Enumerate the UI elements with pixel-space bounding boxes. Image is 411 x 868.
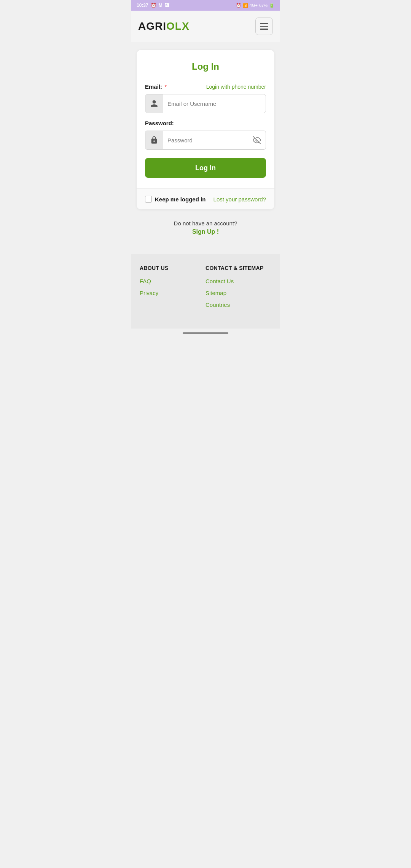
- footer-about-col: ABOUT US FAQ Privacy: [140, 265, 206, 313]
- password-label: Password:: [145, 120, 174, 126]
- keep-logged-label: Keep me logged in: [155, 196, 206, 203]
- status-bar: 10:37 ⏰ M 🖼 ⏰ 📶 4G+ 67% 🔋: [131, 0, 280, 11]
- hamburger-line-1: [260, 23, 268, 24]
- password-label-row: Password:: [145, 120, 266, 127]
- email-field-row: Email: * Login with phone number: [145, 83, 266, 90]
- alarm-icon: ⏰: [151, 3, 156, 8]
- login-footer: Keep me logged in Lost your password?: [137, 188, 274, 209]
- logo: AGRIOLX: [138, 20, 190, 32]
- status-indicators: ⏰ 📶 4G+ 67% 🔋: [236, 3, 274, 8]
- contact-sitemap-heading: CONTACT & SITEMAP: [206, 265, 271, 271]
- login-title: Log In: [145, 61, 266, 72]
- password-input-wrapper: [145, 131, 266, 150]
- contact-us-link[interactable]: Contact Us: [206, 278, 271, 284]
- email-label: Email: *: [145, 83, 167, 90]
- about-us-heading: ABOUT US: [140, 265, 206, 271]
- toggle-password-button[interactable]: [248, 131, 266, 149]
- lock-svg: [150, 136, 158, 144]
- signal-icon: 4G+: [250, 3, 258, 8]
- email-input[interactable]: [163, 94, 266, 113]
- hamburger-line-2: [260, 26, 268, 27]
- person-svg: [150, 99, 158, 108]
- logo-agri: AGRI: [138, 20, 166, 32]
- hamburger-line-3: [260, 29, 268, 30]
- faq-link[interactable]: FAQ: [140, 278, 206, 284]
- login-form-area: Log In Email: * Login with phone number: [137, 50, 274, 188]
- countries-link[interactable]: Countries: [206, 302, 271, 308]
- privacy-link[interactable]: Privacy: [140, 290, 206, 296]
- hamburger-menu-button[interactable]: [255, 18, 273, 35]
- email-input-wrapper: [145, 94, 266, 113]
- sitemap-link[interactable]: Sitemap: [206, 290, 271, 296]
- home-bar: [183, 332, 228, 334]
- battery-icon: 🔋: [269, 3, 274, 8]
- footer-contact-col: CONTACT & SITEMAP Contact Us Sitemap Cou…: [206, 265, 271, 313]
- header: AGRIOLX: [131, 11, 280, 42]
- home-indicator: [131, 329, 280, 338]
- no-account-text: Do not have an account?: [174, 220, 237, 227]
- photo-icon: 🖼: [165, 3, 169, 8]
- gmail-icon: M: [159, 3, 162, 8]
- alarm2-icon: ⏰: [236, 3, 241, 8]
- signup-link[interactable]: Sign Up !: [142, 228, 269, 235]
- phone-login-link[interactable]: Login with phone number: [206, 83, 266, 90]
- eye-off-svg: [253, 136, 261, 144]
- status-time: 10:37 ⏰ M 🖼: [137, 3, 169, 8]
- battery-level: 67%: [259, 3, 268, 8]
- main-content: Log In Email: * Login with phone number: [131, 42, 280, 254]
- login-button[interactable]: Log In: [145, 158, 266, 178]
- user-icon: [145, 94, 163, 113]
- required-star: *: [164, 84, 166, 90]
- logo-lx: LX: [175, 20, 190, 32]
- forgot-password-link[interactable]: Lost your password?: [213, 196, 266, 203]
- wifi-icon: 📶: [243, 3, 248, 8]
- signup-area: Do not have an account? Sign Up !: [137, 209, 274, 243]
- keep-logged-row: Keep me logged in: [145, 196, 206, 203]
- logo-o: O: [166, 20, 175, 32]
- footer: ABOUT US FAQ Privacy CONTACT & SITEMAP C…: [131, 254, 280, 329]
- password-input[interactable]: [163, 131, 248, 149]
- lock-icon: [145, 131, 163, 149]
- login-card: Log In Email: * Login with phone number: [137, 50, 274, 209]
- keep-logged-checkbox[interactable]: [145, 196, 152, 203]
